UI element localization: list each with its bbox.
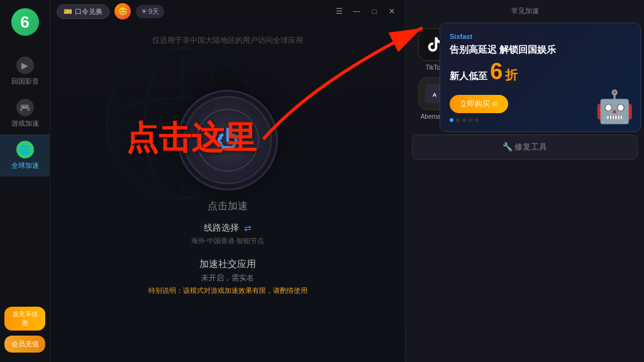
global-icon: 🌐 — [16, 141, 34, 158]
app-window: 6 ▶ 回国影音 🎮 游戏加速 🌐 全球加速 首充享优惠 会员充值 🎫 — [0, 0, 644, 362]
exchange-label: 口令兑换 — [75, 7, 103, 16]
menu-button[interactable]: ☰ — [332, 4, 346, 18]
exchange-icon: 🎫 — [64, 8, 72, 16]
sidebar-bottom: 首充享优惠 会员充值 — [0, 307, 50, 362]
promo-button[interactable]: 首充享优惠 — [4, 307, 45, 331]
repair-button[interactable]: 🔧 修复工具 — [412, 134, 638, 160]
avatar[interactable]: 😊 — [114, 3, 131, 19]
days-label: 9天 — [148, 7, 159, 16]
promo-mascot: 🤖 — [595, 89, 634, 125]
exchange-button[interactable]: 🎫 口令兑换 — [57, 4, 109, 19]
promo-title: 告别高延迟 解锁回国娱乐 新人低至 6 折 — [450, 43, 631, 87]
huiguo-icon: ▶ — [16, 57, 34, 74]
dot-4 — [469, 118, 472, 122]
sidebar-item-global[interactable]: 🌐 全球加速 — [0, 134, 50, 177]
promo-banner: Sixfast 告别高延迟 解锁回国娱乐 新人低至 6 折 立即购买 ⊙ 🤖 — [440, 23, 641, 132]
days-badge: ☀ 9天 — [136, 5, 164, 18]
main-content: 🎫 口令兑换 😊 ☀ 9天 ☰ — □ ✕ 仅适用于非中国大陆地区的用户访问全球… — [50, 0, 405, 362]
sun-icon: ☀ — [141, 8, 147, 16]
sidebar-logo: 6 — [9, 6, 41, 38]
app-logo: 6 — [11, 8, 39, 36]
maximize-button[interactable]: □ — [367, 4, 381, 18]
sidebar-item-huiguo[interactable]: ▶ 回国影音 — [0, 50, 50, 92]
dot-2 — [456, 118, 460, 122]
svg-text:A: A — [433, 92, 437, 98]
close-button[interactable]: ✕ — [385, 4, 399, 18]
title-bar-left: 🎫 口令兑换 😊 ☀ 9天 — [57, 3, 164, 19]
sidebar-item-label: 回国影音 — [11, 77, 39, 86]
sidebar-item-label: 游戏加速 — [11, 119, 39, 128]
power-button-container: ⏻ — [177, 90, 278, 190]
sidebar-item-label: 全球加速 — [11, 161, 39, 170]
dot-3 — [462, 118, 466, 122]
dot-5 — [475, 118, 479, 122]
promo-brand: Sixfast — [450, 33, 631, 40]
sidebar: 6 ▶ 回国影音 🎮 游戏加速 🌐 全球加速 首充享优惠 会员充值 — [0, 0, 50, 362]
power-button[interactable]: ⏻ — [196, 109, 259, 172]
dot-1 — [450, 118, 453, 122]
nearby-text: 常见加速 — [412, 6, 638, 16]
minimize-button[interactable]: — — [350, 4, 364, 18]
title-controls: ☰ — □ ✕ — [332, 4, 399, 18]
game-icon: 🎮 — [16, 99, 34, 116]
promo-cta-button[interactable]: 立即购买 ⊙ — [450, 95, 508, 113]
sidebar-item-game[interactable]: 🎮 游戏加速 — [0, 92, 50, 134]
vip-button[interactable]: 会员充值 — [4, 336, 45, 353]
power-icon: ⏻ — [216, 127, 239, 153]
title-bar: 🎫 口令兑换 😊 ☀ 9天 ☰ — □ ✕ — [50, 0, 405, 23]
accelerate-area: 仅适用于非中国大陆地区的用户访问全球应用 ⏻ 点击加速 线路选择 ⇄ — [50, 23, 405, 362]
